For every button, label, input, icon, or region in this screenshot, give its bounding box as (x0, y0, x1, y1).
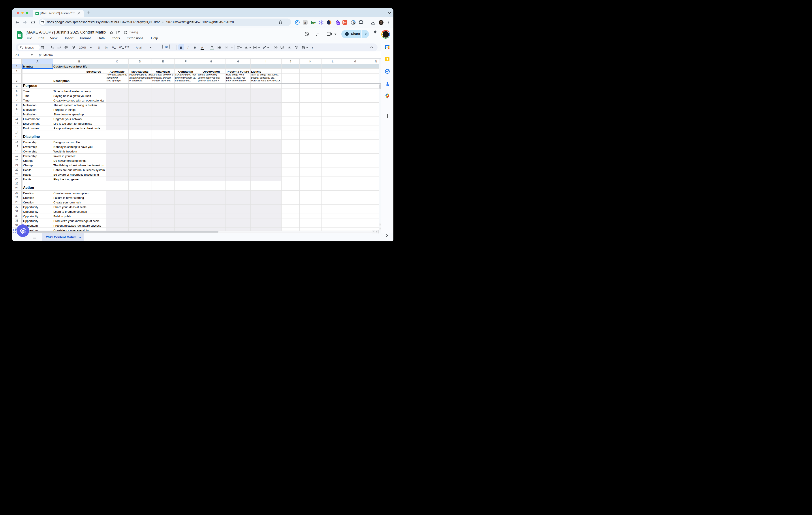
svg-text:bw: bw (311, 21, 316, 24)
svg-text:C: C (296, 21, 298, 24)
svg-text:31: 31 (386, 46, 388, 48)
svg-text:10: 10 (337, 22, 339, 24)
svg-text:A: A (263, 46, 265, 48)
svg-text:h: h (304, 21, 306, 24)
